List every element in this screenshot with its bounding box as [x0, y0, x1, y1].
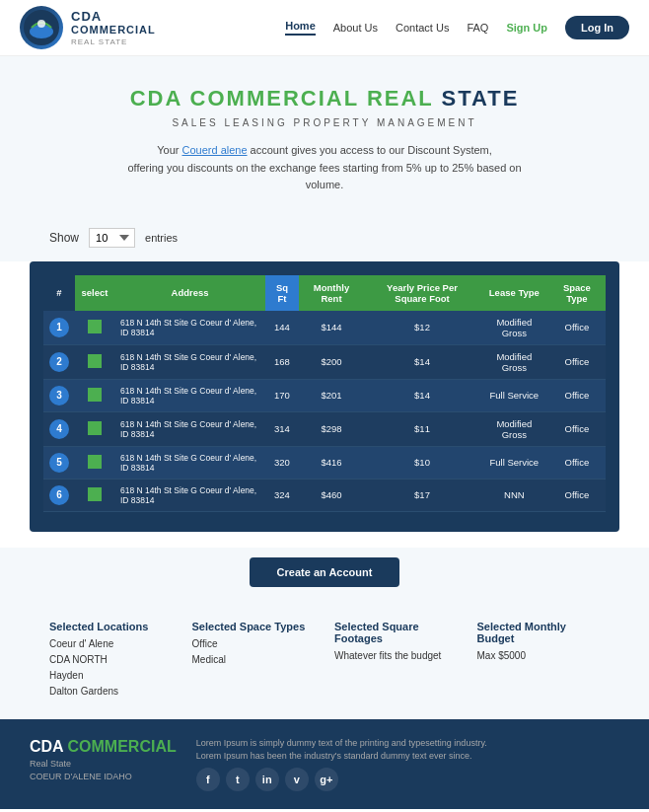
cell-address: 618 N 14th St Site G Coeur d' Alene, ID …: [114, 479, 265, 511]
cell-lease: Modified Gross: [480, 311, 548, 345]
nav-faq[interactable]: FAQ: [467, 22, 488, 34]
table-row: 4 618 N 14th St Site G Coeur d' Alene, I…: [43, 411, 606, 446]
cell-yearly: $14: [364, 379, 480, 411]
cell-yearly: $12: [364, 311, 480, 345]
cell-sqft: 320: [265, 446, 299, 479]
entries-suffix: entries: [145, 232, 178, 244]
cell-yearly: $10: [364, 446, 480, 479]
cell-sqft: 170: [265, 379, 299, 411]
selected-locations-col: Selected Locations Coeur d' AleneCDA NOR…: [49, 621, 173, 700]
listings-table: # select Address Sq Ft Monthly Rent Year…: [43, 275, 606, 512]
cell-monthly: $298: [299, 411, 364, 446]
cell-select[interactable]: [75, 446, 114, 479]
table-row: 2 618 N 14th St Site G Coeur d' Alene, I…: [43, 344, 606, 379]
cell-space: Office: [548, 446, 606, 479]
logo-icon: [20, 6, 63, 49]
cell-lease: Modified Gross: [480, 344, 548, 379]
cell-num: 5: [43, 446, 75, 479]
cell-space: Office: [548, 311, 606, 345]
footer-sub1: Real State: [30, 759, 71, 769]
nav-home[interactable]: Home: [285, 20, 316, 36]
cell-space: Office: [548, 344, 606, 379]
hero-section: CDA COMMERCIAL REAL STATE Sales Leasing …: [0, 56, 649, 214]
hero-state: STATE: [442, 86, 520, 111]
twitter-icon[interactable]: t: [226, 768, 250, 791]
vimeo-icon[interactable]: v: [285, 768, 309, 791]
footer-desc1: Lorem Ipsum is simply dummy text of the …: [196, 737, 619, 751]
selected-sqft-value: Whatever fits the budget: [334, 648, 458, 664]
entries-select[interactable]: 10 25 50 100: [89, 228, 135, 248]
brand-real-state: REAL STATE: [71, 37, 156, 47]
cell-monthly: $144: [299, 311, 364, 345]
col-hash: #: [43, 275, 75, 311]
svg-point-2: [37, 20, 45, 28]
col-yearly: Yearly Price Per Square Foot: [364, 275, 480, 311]
cell-space: Office: [548, 479, 606, 511]
googleplus-icon[interactable]: g+: [315, 768, 338, 791]
logo-area: CDA COMMERCIAL REAL STATE: [20, 6, 156, 49]
cell-num: 2: [43, 344, 75, 379]
selected-info-section: Selected Locations Coeur d' AleneCDA NOR…: [0, 607, 649, 719]
hero-desc-part3: offering you discounts on the exchange f…: [127, 162, 521, 191]
cell-address: 618 N 14th St Site G Coeur d' Alene, ID …: [114, 446, 265, 479]
nav-contact[interactable]: Contact Us: [396, 22, 449, 34]
cell-address: 618 N 14th St Site G Coeur d' Alene, ID …: [114, 344, 265, 379]
cell-yearly: $11: [364, 411, 480, 446]
selected-sqft-title: Selected Square Footages: [334, 621, 458, 644]
footer-logo-col: CDA COMMERCIAL Real State COEUR D'ALENE …: [30, 737, 177, 782]
login-button[interactable]: Log In: [565, 16, 629, 39]
footer-desc-col: Lorem Ipsum is simply dummy text of the …: [196, 737, 619, 791]
hero-title: CDA COMMERCIAL REAL STATE: [20, 86, 629, 111]
col-select: select: [75, 275, 114, 311]
nav-signup[interactable]: Sign Up: [506, 22, 547, 34]
cell-monthly: $201: [299, 379, 364, 411]
footer-social: f t in v g+: [196, 768, 619, 791]
cell-select[interactable]: [75, 379, 114, 411]
facebook-icon[interactable]: f: [196, 768, 220, 791]
cell-lease: NNN: [480, 479, 548, 511]
hero-desc-part2: account gives you access to our Discount…: [248, 144, 492, 156]
nav-about[interactable]: About Us: [333, 22, 378, 34]
footer-dark: CDA COMMERCIAL Real State COEUR D'ALENE …: [0, 719, 649, 809]
selected-space-title: Selected Space Types: [192, 621, 316, 632]
linkedin-icon[interactable]: in: [255, 768, 279, 791]
cell-select[interactable]: [75, 344, 114, 379]
hero-real: REAL: [367, 86, 434, 111]
selected-space-values: OfficeMedical: [192, 636, 316, 668]
create-account-area: Create an Account: [0, 548, 649, 607]
cell-select[interactable]: [75, 311, 114, 345]
cell-lease: Full Service: [480, 446, 548, 479]
cell-address: 618 N 14th St Site G Coeur d' Alene, ID …: [114, 379, 265, 411]
cell-lease: Modified Gross: [480, 411, 548, 446]
cell-lease: Full Service: [480, 379, 548, 411]
footer-sub: Real State COEUR D'ALENE IDAHO: [30, 758, 177, 782]
footer-sub2: COEUR D'ALENE IDAHO: [30, 772, 132, 781]
cell-sqft: 314: [265, 411, 299, 446]
cell-sqft: 324: [265, 479, 299, 511]
selected-locations-values: Coeur d' AleneCDA NORTHHaydenDalton Gard…: [49, 636, 173, 700]
col-space: Space Type: [548, 275, 606, 311]
show-entries-row: Show 10 25 50 100 entries: [0, 214, 649, 261]
cell-num: 4: [43, 411, 75, 446]
col-address: Address: [114, 275, 265, 311]
hero-desc-part1: Your: [157, 144, 181, 156]
cell-sqft: 144: [265, 311, 299, 345]
hero-link[interactable]: Couerd alene: [182, 144, 248, 156]
brand-cda: CDA: [71, 9, 156, 25]
selected-budget-title: Selected Monthly Budget: [477, 621, 601, 644]
cell-monthly: $460: [299, 479, 364, 511]
col-monthly: Monthly Rent: [299, 275, 364, 311]
footer-commercial: COMMERCIAL: [68, 738, 177, 755]
selected-locations-title: Selected Locations: [49, 621, 173, 632]
selected-sqft-col: Selected Square Footages Whatever fits t…: [334, 621, 458, 700]
cell-yearly: $14: [364, 344, 480, 379]
logo-text: CDA COMMERCIAL REAL STATE: [71, 9, 156, 46]
cell-select[interactable]: [75, 411, 114, 446]
cell-monthly: $416: [299, 446, 364, 479]
cell-select[interactable]: [75, 479, 114, 511]
table-row: 5 618 N 14th St Site G Coeur d' Alene, I…: [43, 446, 606, 479]
col-sqft: Sq Ft: [265, 275, 299, 311]
create-account-button[interactable]: Create an Account: [250, 557, 400, 587]
col-lease: Lease Type: [480, 275, 548, 311]
cell-address: 618 N 14th St Site G Coeur d' Alene, ID …: [114, 411, 265, 446]
